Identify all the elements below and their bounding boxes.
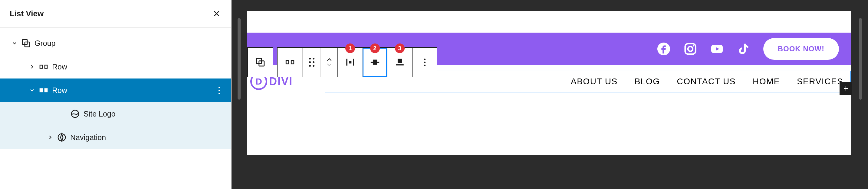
close-icon[interactable]: ✕ — [212, 7, 221, 20]
youtube-icon[interactable] — [710, 42, 724, 56]
drag-handle[interactable] — [302, 48, 320, 77]
select-parent-button[interactable] — [248, 48, 273, 77]
nav-link-contact[interactable]: CONTACT US — [677, 77, 736, 86]
primary-navigation: ABOUT US BLOG CONTACT US HOME SERVICES — [571, 77, 848, 86]
chevron-right-icon[interactable] — [28, 64, 36, 70]
nav-link-home[interactable]: HOME — [753, 77, 780, 86]
scrollbar-right[interactable] — [859, 18, 862, 100]
tree-item-site-logo[interactable]: Site Logo — [0, 102, 231, 125]
row-icon — [37, 85, 50, 95]
cta-button[interactable]: BOOK NOW! — [763, 38, 839, 60]
annotation-badge-1: 1 — [345, 43, 355, 53]
svg-rect-17 — [396, 64, 404, 66]
site-logo-icon — [69, 109, 81, 119]
tree-item-navigation[interactable]: Navigation — [0, 125, 231, 149]
group-icon — [20, 38, 32, 48]
svg-rect-13 — [353, 59, 354, 66]
row-icon — [37, 62, 50, 72]
mover-buttons[interactable] — [320, 48, 337, 77]
navigation-icon — [56, 133, 68, 142]
scrollbar-left[interactable] — [238, 18, 241, 100]
block-type-button[interactable] — [278, 48, 302, 77]
svg-rect-11 — [291, 61, 294, 64]
justify-button[interactable]: 1 — [337, 48, 362, 77]
list-view-title: List View — [10, 9, 43, 18]
svg-point-22 — [693, 45, 694, 46]
tree-item-group[interactable]: Group — [0, 31, 231, 55]
svg-rect-2 — [40, 65, 42, 69]
toolbar-main-group: 1 2 3 — [277, 47, 437, 77]
block-tree: Group Row Row — [0, 28, 231, 149]
tree-item-row[interactable]: Row — [0, 55, 231, 78]
tree-label: Row — [52, 63, 67, 71]
annotation-badge-2: 2 — [370, 43, 380, 53]
svg-rect-4 — [40, 89, 42, 92]
chevron-right-icon[interactable] — [46, 135, 55, 140]
nav-link-about[interactable]: ABOUT US — [571, 77, 618, 86]
svg-rect-14 — [349, 61, 352, 64]
block-toolbar: 1 2 3 — [247, 47, 437, 77]
list-view-panel: List View ✕ Group Row — [0, 0, 231, 189]
svg-rect-10 — [286, 61, 289, 64]
vertical-align-button[interactable]: 3 — [387, 48, 412, 77]
tree-label: Site Logo — [84, 110, 116, 118]
toolbar-parent-group — [247, 47, 273, 77]
svg-point-21 — [688, 46, 693, 51]
chevron-down-icon[interactable] — [28, 87, 36, 93]
more-options-icon[interactable] — [214, 85, 224, 95]
svg-rect-12 — [346, 59, 347, 66]
tree-label: Group — [34, 39, 55, 48]
nav-link-blog[interactable]: BLOG — [634, 77, 660, 86]
svg-rect-3 — [45, 65, 47, 69]
nav-link-services[interactable]: SERVICES — [797, 77, 843, 86]
align-button[interactable]: 2 — [362, 48, 387, 77]
page-preview: 1 2 3 — [247, 11, 851, 155]
tree-label: Navigation — [70, 133, 106, 142]
editor-canvas: 1 2 3 — [231, 0, 868, 189]
more-options-button[interactable] — [412, 48, 437, 77]
chevron-down-icon[interactable] — [10, 40, 19, 46]
tree-item-row-selected[interactable]: Row — [0, 78, 231, 102]
svg-rect-5 — [45, 89, 47, 92]
tree-label: Row — [52, 86, 67, 95]
add-block-button[interactable]: + — [840, 82, 852, 95]
facebook-icon[interactable] — [657, 42, 671, 56]
svg-rect-16 — [373, 60, 377, 65]
annotation-badge-3: 3 — [395, 43, 405, 53]
list-view-header: List View ✕ — [0, 0, 231, 28]
svg-rect-18 — [397, 59, 402, 63]
instagram-icon[interactable] — [683, 42, 697, 56]
tiktok-icon[interactable] — [737, 42, 751, 56]
